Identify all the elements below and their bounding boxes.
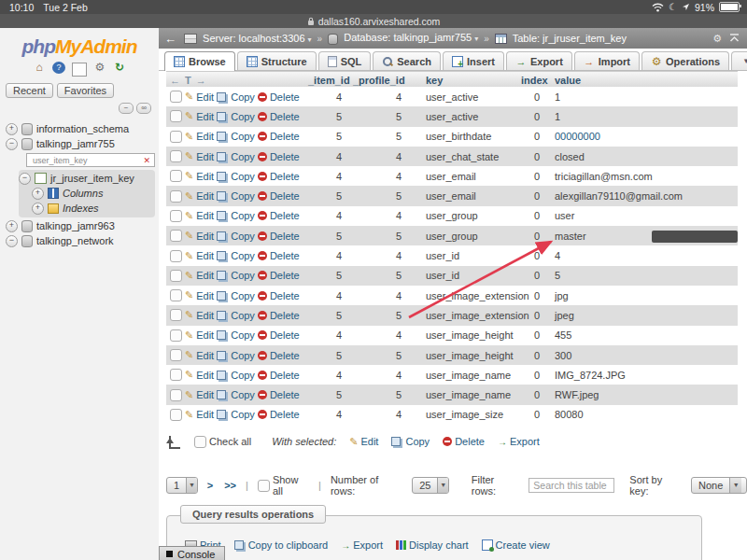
back-arrow-icon[interactable]: ← bbox=[164, 32, 176, 46]
edit-link[interactable]: ✎Edit bbox=[185, 131, 214, 143]
row-checkbox[interactable] bbox=[170, 309, 182, 321]
row-checkbox[interactable] bbox=[170, 289, 182, 301]
tab-sql[interactable]: SQL bbox=[318, 51, 372, 70]
delete-link[interactable]: Delete bbox=[258, 171, 300, 182]
with-selected-export[interactable]: →Export bbox=[498, 436, 540, 447]
tree-item-indexes[interactable]: + Indexes bbox=[32, 201, 155, 216]
collapse-top-icon[interactable] bbox=[729, 34, 740, 43]
copy-link[interactable]: Copy bbox=[217, 91, 255, 103]
row-checkbox[interactable] bbox=[170, 150, 182, 162]
delete-link[interactable]: Delete bbox=[258, 210, 300, 221]
copy-link[interactable]: Copy bbox=[217, 409, 255, 420]
delete-link[interactable]: Delete bbox=[258, 270, 300, 281]
tree-item-talkingp-jamr963[interactable]: + talkingp_jamr963 bbox=[6, 218, 159, 233]
delete-link[interactable]: Delete bbox=[258, 151, 300, 162]
tree-item-information-schema[interactable]: + information_schema bbox=[6, 121, 159, 136]
delete-link[interactable]: Delete bbox=[258, 329, 300, 341]
check-all[interactable]: Check all bbox=[194, 436, 251, 448]
row-checkbox[interactable] bbox=[170, 389, 182, 401]
collapse-icon[interactable]: − bbox=[6, 138, 18, 150]
row-checkbox[interactable] bbox=[170, 329, 182, 342]
copy-link[interactable]: Copy bbox=[217, 329, 255, 341]
delete-link[interactable]: Delete bbox=[258, 250, 300, 261]
row-checkbox[interactable] bbox=[170, 210, 182, 222]
row-checkbox[interactable] bbox=[170, 230, 182, 242]
delete-link[interactable]: Delete bbox=[258, 111, 300, 122]
delete-link[interactable]: Delete bbox=[258, 231, 300, 242]
tab-insert[interactable]: Insert bbox=[443, 51, 504, 70]
copy-link[interactable]: Copy bbox=[217, 290, 255, 301]
clear-filter-icon[interactable]: ✕ bbox=[143, 156, 150, 165]
row-checkbox[interactable] bbox=[170, 250, 182, 262]
delete-link[interactable]: Delete bbox=[258, 190, 300, 202]
copy-link[interactable]: Copy bbox=[217, 270, 255, 281]
collapse-icon[interactable]: − bbox=[6, 235, 18, 247]
breadcrumb-table[interactable]: Table: jr_jruser_item_key bbox=[495, 33, 627, 45]
copy-link[interactable]: Copy bbox=[217, 151, 255, 162]
filter-rows-input[interactable] bbox=[529, 478, 614, 493]
collapse-all-icon[interactable]: − bbox=[119, 103, 134, 114]
tab-operations[interactable]: ⚙Operations bbox=[641, 51, 729, 70]
settings-gear-icon[interactable]: ⚙ bbox=[93, 62, 106, 74]
tree-item-talkingp-jamr755[interactable]: − talkingp_jamr755 bbox=[6, 136, 159, 151]
show-all-checkbox[interactable] bbox=[258, 480, 270, 492]
page-settings-gear-icon[interactable]: ⚙ bbox=[712, 33, 722, 45]
expand-icon[interactable]: + bbox=[32, 188, 44, 200]
column-header-profile-id[interactable]: _profile_id bbox=[353, 75, 418, 86]
copy-link[interactable]: Copy bbox=[217, 190, 255, 202]
edit-link[interactable]: ✎Edit bbox=[185, 230, 214, 242]
row-checkbox[interactable] bbox=[170, 110, 182, 122]
export-link[interactable]: →Export bbox=[341, 539, 383, 551]
with-selected-copy[interactable]: Copy bbox=[391, 436, 430, 447]
delete-link[interactable]: Delete bbox=[258, 409, 300, 420]
row-checkbox[interactable] bbox=[170, 131, 182, 143]
tree-item-columns[interactable]: + Columns bbox=[32, 186, 155, 201]
row-checkbox[interactable] bbox=[170, 369, 182, 381]
delete-link[interactable]: Delete bbox=[258, 290, 300, 301]
tab-search[interactable]: Search bbox=[373, 51, 441, 70]
edit-link[interactable]: ✎Edit bbox=[185, 91, 214, 103]
edit-link[interactable]: ✎Edit bbox=[185, 389, 214, 401]
recent-tab[interactable]: Recent bbox=[6, 83, 53, 98]
page-select[interactable]: 1 ▼ bbox=[166, 477, 198, 494]
edit-link[interactable]: ✎Edit bbox=[185, 250, 214, 262]
tab-import[interactable]: →Import bbox=[574, 51, 640, 70]
copy-link[interactable]: Copy bbox=[217, 171, 255, 182]
delete-link[interactable]: Delete bbox=[258, 131, 300, 142]
row-checkbox[interactable] bbox=[170, 349, 182, 361]
column-header-key[interactable]: key bbox=[418, 75, 521, 86]
breadcrumb-server[interactable]: Server: localhost:3306 ▾ bbox=[184, 33, 312, 45]
column-header-index[interactable]: index bbox=[521, 75, 549, 86]
rows-per-page-select[interactable]: 25 ▼ bbox=[412, 477, 449, 494]
edit-link[interactable]: ✎Edit bbox=[185, 349, 214, 361]
expand-icon[interactable]: + bbox=[32, 203, 44, 215]
row-checkbox[interactable] bbox=[170, 170, 182, 182]
row-checkbox[interactable] bbox=[170, 91, 182, 103]
refresh-icon[interactable]: ↻ bbox=[113, 62, 126, 74]
tree-item-jr-jruser-item-key[interactable]: − jr_jruser_item_key bbox=[19, 171, 155, 186]
create-view-link[interactable]: Create view bbox=[482, 539, 550, 551]
edit-link[interactable]: ✎Edit bbox=[185, 289, 214, 301]
tab-export[interactable]: →Export bbox=[506, 51, 572, 70]
check-all-checkbox[interactable] bbox=[194, 436, 206, 448]
column-header-item-id[interactable]: _item_id bbox=[308, 75, 353, 86]
delete-link[interactable]: Delete bbox=[258, 310, 300, 321]
edit-link[interactable]: ✎Edit bbox=[185, 409, 214, 421]
show-all[interactable]: Show all bbox=[258, 474, 309, 497]
docs-icon[interactable] bbox=[72, 63, 87, 77]
edit-link[interactable]: ✎Edit bbox=[185, 270, 214, 282]
url-bar[interactable]: dallas160.arvixeshared.com bbox=[0, 14, 747, 28]
delete-link[interactable]: Delete bbox=[258, 91, 300, 103]
edit-link[interactable]: ✎Edit bbox=[185, 170, 214, 182]
copy-link[interactable]: Copy bbox=[217, 250, 255, 261]
copy-link[interactable]: Copy bbox=[217, 231, 255, 242]
row-checkbox[interactable] bbox=[170, 270, 182, 282]
copy-to-clipboard-link[interactable]: Copy to clipboard bbox=[234, 539, 329, 551]
edit-link[interactable]: ✎Edit bbox=[185, 369, 214, 381]
expand-icon[interactable]: + bbox=[6, 123, 18, 135]
link-panel-icon[interactable]: ∞ bbox=[136, 103, 151, 114]
copy-link[interactable]: Copy bbox=[217, 370, 255, 381]
tree-filter-input[interactable] bbox=[31, 155, 143, 166]
help-icon[interactable]: ? bbox=[52, 62, 65, 74]
home-icon[interactable]: ⌂ bbox=[33, 62, 46, 74]
